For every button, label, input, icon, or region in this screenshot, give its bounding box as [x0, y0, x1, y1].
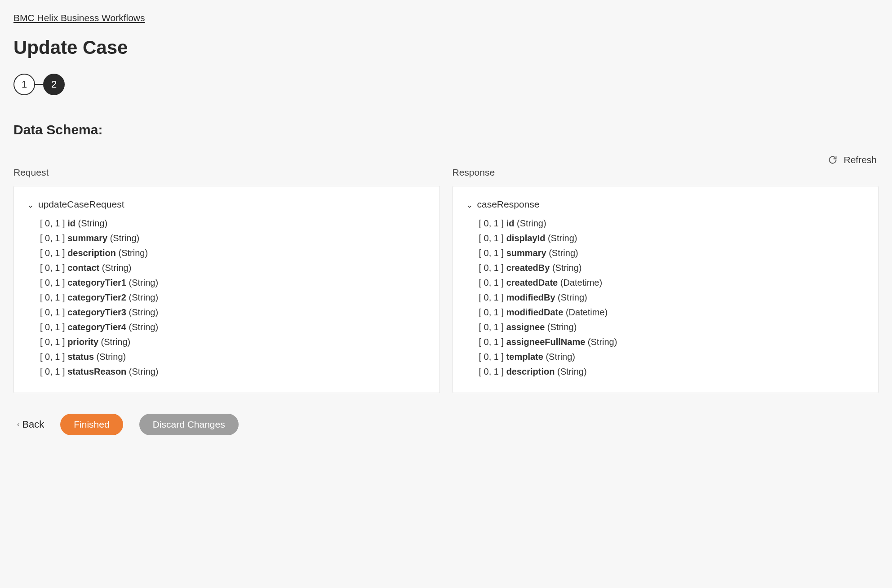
footer: ‹ Back Finished Discard Changes: [13, 414, 879, 435]
field-type: (String): [99, 263, 131, 273]
field-name: contact: [67, 263, 99, 273]
schema-field: [ 0, 1 ] categoryTier3 (String): [40, 305, 426, 320]
field-type: (String): [585, 337, 617, 347]
breadcrumb-link[interactable]: BMC Helix Business Workflows: [13, 13, 145, 23]
schema-field: [ 0, 1 ] assignee (String): [479, 320, 865, 335]
field-cardinality: [ 0, 1 ]: [40, 322, 67, 332]
back-label: Back: [22, 419, 44, 430]
field-name: categoryTier3: [67, 307, 126, 317]
response-root-toggle[interactable]: caseResponse: [466, 199, 865, 210]
step-2[interactable]: 2: [43, 74, 65, 95]
request-title: Request: [13, 167, 440, 178]
schema-field: [ 0, 1 ] id (String): [479, 216, 865, 231]
field-cardinality: [ 0, 1 ]: [479, 248, 506, 258]
chevron-left-icon: ‹: [17, 420, 19, 429]
step-1[interactable]: 1: [13, 74, 35, 95]
field-type: (Datetime): [563, 307, 608, 317]
schema-field: [ 0, 1 ] modifiedBy (String): [479, 290, 865, 305]
discard-button[interactable]: Discard Changes: [139, 414, 239, 435]
schema-field: [ 0, 1 ] categoryTier1 (String): [40, 275, 426, 290]
field-type: (String): [543, 352, 575, 362]
field-name: statusReason: [67, 367, 126, 376]
refresh-icon[interactable]: [828, 155, 837, 164]
schema-field: [ 0, 1 ] contact (String): [40, 261, 426, 275]
back-button[interactable]: ‹ Back: [17, 419, 44, 430]
field-name: summary: [67, 233, 107, 243]
field-cardinality: [ 0, 1 ]: [479, 307, 506, 317]
field-name: categoryTier1: [67, 278, 126, 287]
schema-field: [ 0, 1 ] description (String): [479, 364, 865, 379]
refresh-button[interactable]: Refresh: [843, 155, 877, 165]
field-cardinality: [ 0, 1 ]: [479, 263, 506, 273]
field-type: (String): [550, 263, 581, 273]
field-name: template: [506, 352, 543, 362]
field-type: (String): [545, 233, 577, 243]
schema-field: [ 0, 1 ] createdBy (String): [479, 261, 865, 275]
field-name: description: [67, 248, 116, 258]
schema-field: [ 0, 1 ] displayId (String): [479, 231, 865, 246]
field-name: summary: [506, 248, 546, 258]
field-type: (String): [546, 248, 578, 258]
field-name: modifiedDate: [506, 307, 564, 317]
field-type: (Datetime): [558, 278, 602, 287]
chevron-down-icon: [27, 201, 34, 208]
step-connector: [35, 84, 43, 85]
schema-field: [ 0, 1 ] priority (String): [40, 335, 426, 349]
section-title: Data Schema:: [13, 122, 879, 137]
request-root-toggle[interactable]: updateCaseRequest: [27, 199, 426, 210]
request-column: Request updateCaseRequest [ 0, 1 ] id (S…: [13, 167, 440, 393]
field-cardinality: [ 0, 1 ]: [40, 278, 67, 287]
schema-field: [ 0, 1 ] id (String): [40, 216, 426, 231]
field-name: modifiedBy: [506, 292, 555, 302]
field-type: (String): [545, 322, 577, 332]
field-cardinality: [ 0, 1 ]: [40, 352, 67, 362]
field-name: categoryTier2: [67, 292, 126, 302]
schema-field: [ 0, 1 ] description (String): [40, 246, 426, 261]
schema-field: [ 0, 1 ] createdDate (Datetime): [479, 275, 865, 290]
schema-field: [ 0, 1 ] modifiedDate (Datetime): [479, 305, 865, 320]
schema-field: [ 0, 1 ] statusReason (String): [40, 364, 426, 379]
request-items: [ 0, 1 ] id (String)[ 0, 1 ] summary (St…: [27, 216, 426, 379]
response-title: Response: [453, 167, 879, 178]
field-type: (String): [555, 292, 587, 302]
schema-field: [ 0, 1 ] status (String): [40, 349, 426, 364]
field-cardinality: [ 0, 1 ]: [40, 307, 67, 317]
field-cardinality: [ 0, 1 ]: [40, 233, 67, 243]
schema-field: [ 0, 1 ] summary (String): [479, 246, 865, 261]
field-cardinality: [ 0, 1 ]: [40, 248, 67, 258]
field-cardinality: [ 0, 1 ]: [40, 337, 67, 347]
field-name: categoryTier4: [67, 322, 126, 332]
field-cardinality: [ 0, 1 ]: [479, 337, 506, 347]
schema-field: [ 0, 1 ] assigneeFullName (String): [479, 335, 865, 349]
field-name: createdBy: [506, 263, 550, 273]
field-cardinality: [ 0, 1 ]: [479, 278, 506, 287]
field-type: (String): [94, 352, 126, 362]
field-type: (String): [126, 322, 158, 332]
request-root-label: updateCaseRequest: [38, 199, 124, 210]
field-type: (String): [514, 218, 546, 228]
field-name: id: [506, 218, 515, 228]
finished-button[interactable]: Finished: [60, 414, 123, 435]
response-column: Response caseResponse [ 0, 1 ] id (Strin…: [453, 167, 879, 393]
field-name: status: [67, 352, 94, 362]
schema-field: [ 0, 1 ] template (String): [479, 349, 865, 364]
chevron-down-icon: [466, 201, 473, 208]
field-type: (String): [126, 367, 158, 376]
schema-field: [ 0, 1 ] categoryTier4 (String): [40, 320, 426, 335]
field-cardinality: [ 0, 1 ]: [479, 218, 506, 228]
field-cardinality: [ 0, 1 ]: [40, 218, 67, 228]
field-name: assignee: [506, 322, 545, 332]
schema-field: [ 0, 1 ] categoryTier2 (String): [40, 290, 426, 305]
field-cardinality: [ 0, 1 ]: [479, 233, 506, 243]
field-cardinality: [ 0, 1 ]: [479, 352, 506, 362]
response-root-label: caseResponse: [477, 199, 540, 210]
field-cardinality: [ 0, 1 ]: [40, 367, 67, 376]
field-type: (String): [116, 248, 148, 258]
response-panel: caseResponse [ 0, 1 ] id (String)[ 0, 1 …: [453, 186, 879, 393]
response-items: [ 0, 1 ] id (String)[ 0, 1 ] displayId (…: [466, 216, 865, 379]
field-type: (String): [107, 233, 139, 243]
field-type: (String): [555, 367, 586, 376]
field-cardinality: [ 0, 1 ]: [40, 292, 67, 302]
page-title: Update Case: [13, 37, 879, 58]
request-panel: updateCaseRequest [ 0, 1 ] id (String)[ …: [13, 186, 440, 393]
